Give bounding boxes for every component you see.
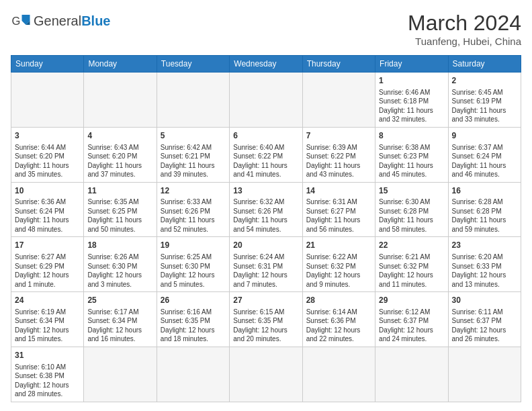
calendar-cell (11, 73, 84, 128)
day-number: 10 (15, 185, 80, 197)
calendar-cell: 25Sunrise: 6:17 AM Sunset: 6:34 PM Dayli… (84, 292, 157, 347)
calendar-cell: 18Sunrise: 6:26 AM Sunset: 6:30 PM Dayli… (84, 237, 157, 292)
day-info: Sunrise: 6:25 AM Sunset: 6:30 PM Dayligh… (161, 253, 226, 289)
calendar-cell (157, 73, 229, 128)
day-info: Sunrise: 6:42 AM Sunset: 6:21 PM Dayligh… (161, 143, 226, 179)
title-area: March 2024 Tuanfeng, Hubei, China (408, 11, 521, 47)
day-number: 6 (233, 130, 298, 142)
day-info: Sunrise: 6:16 AM Sunset: 6:35 PM Dayligh… (161, 308, 226, 344)
day-info: Sunrise: 6:10 AM Sunset: 6:38 PM Dayligh… (15, 363, 80, 399)
calendar-table: SundayMondayTuesdayWednesdayThursdayFrid… (11, 55, 521, 402)
calendar-cell: 26Sunrise: 6:16 AM Sunset: 6:35 PM Dayli… (157, 292, 229, 347)
weekday-header-friday: Friday (375, 56, 448, 73)
calendar-week-3: 17Sunrise: 6:27 AM Sunset: 6:29 PM Dayli… (11, 237, 521, 292)
weekday-header-sunday: Sunday (11, 56, 84, 73)
calendar-cell (230, 347, 302, 402)
calendar-cell: 13Sunrise: 6:32 AM Sunset: 6:26 PM Dayli… (230, 182, 302, 237)
day-number: 19 (161, 240, 226, 251)
calendar-week-0: 1Sunrise: 6:46 AM Sunset: 6:18 PM Daylig… (11, 73, 521, 128)
day-number: 31 (15, 350, 80, 361)
calendar-cell: 24Sunrise: 6:19 AM Sunset: 6:34 PM Dayli… (11, 292, 84, 347)
day-info: Sunrise: 6:28 AM Sunset: 6:28 PM Dayligh… (452, 197, 517, 234)
day-number: 18 (87, 240, 152, 251)
day-number: 9 (452, 130, 517, 142)
day-info: Sunrise: 6:21 AM Sunset: 6:32 PM Dayligh… (379, 253, 444, 289)
weekday-header-saturday: Saturday (448, 56, 521, 73)
day-number: 23 (452, 240, 517, 251)
calendar-cell: 10Sunrise: 6:36 AM Sunset: 6:24 PM Dayli… (11, 182, 84, 237)
day-number: 22 (379, 240, 444, 251)
day-number: 29 (379, 295, 444, 306)
month-year-title: March 2024 (408, 11, 521, 36)
day-info: Sunrise: 6:26 AM Sunset: 6:30 PM Dayligh… (87, 253, 152, 289)
day-info: Sunrise: 6:27 AM Sunset: 6:29 PM Dayligh… (15, 253, 80, 289)
calendar-cell: 27Sunrise: 6:15 AM Sunset: 6:35 PM Dayli… (230, 292, 302, 347)
calendar-cell: 28Sunrise: 6:14 AM Sunset: 6:36 PM Dayli… (302, 292, 375, 347)
calendar-cell: 9Sunrise: 6:37 AM Sunset: 6:24 PM Daylig… (448, 127, 521, 182)
calendar-week-4: 24Sunrise: 6:19 AM Sunset: 6:34 PM Dayli… (11, 292, 521, 347)
day-number: 14 (306, 185, 371, 197)
day-number: 5 (161, 130, 226, 142)
calendar-cell (84, 73, 157, 128)
day-info: Sunrise: 6:38 AM Sunset: 6:23 PM Dayligh… (379, 143, 444, 179)
day-number: 25 (87, 295, 152, 306)
day-info: Sunrise: 6:37 AM Sunset: 6:24 PM Dayligh… (452, 143, 517, 179)
day-info: Sunrise: 6:46 AM Sunset: 6:18 PM Dayligh… (379, 88, 444, 124)
day-number: 21 (306, 240, 371, 251)
weekday-header-row: SundayMondayTuesdayWednesdayThursdayFrid… (11, 56, 521, 73)
logo: G GeneralBlue (11, 11, 111, 31)
calendar-cell: 30Sunrise: 6:11 AM Sunset: 6:37 PM Dayli… (448, 292, 521, 347)
weekday-header-thursday: Thursday (302, 56, 375, 73)
location-subtitle: Tuanfeng, Hubei, China (408, 36, 521, 47)
day-info: Sunrise: 6:24 AM Sunset: 6:31 PM Dayligh… (233, 253, 298, 289)
calendar-cell: 15Sunrise: 6:30 AM Sunset: 6:28 PM Dayli… (375, 182, 448, 237)
day-number: 28 (306, 295, 371, 306)
day-info: Sunrise: 6:33 AM Sunset: 6:26 PM Dayligh… (161, 197, 226, 234)
page-header: G GeneralBlue March 2024 Tuanfeng, Hubei… (11, 11, 521, 47)
calendar-cell: 11Sunrise: 6:35 AM Sunset: 6:25 PM Dayli… (84, 182, 157, 237)
day-number: 20 (233, 240, 298, 251)
calendar-cell: 31Sunrise: 6:10 AM Sunset: 6:38 PM Dayli… (11, 347, 84, 402)
calendar-week-2: 10Sunrise: 6:36 AM Sunset: 6:24 PM Dayli… (11, 182, 521, 237)
calendar-week-1: 3Sunrise: 6:44 AM Sunset: 6:20 PM Daylig… (11, 127, 521, 182)
day-number: 16 (452, 185, 517, 197)
calendar-cell: 20Sunrise: 6:24 AM Sunset: 6:31 PM Dayli… (230, 237, 302, 292)
day-info: Sunrise: 6:22 AM Sunset: 6:32 PM Dayligh… (306, 253, 371, 289)
day-info: Sunrise: 6:44 AM Sunset: 6:20 PM Dayligh… (15, 143, 80, 179)
day-number: 13 (233, 185, 298, 197)
calendar-body: 1Sunrise: 6:46 AM Sunset: 6:18 PM Daylig… (11, 73, 521, 402)
calendar-cell: 7Sunrise: 6:39 AM Sunset: 6:22 PM Daylig… (302, 127, 375, 182)
calendar-cell (84, 347, 157, 402)
day-info: Sunrise: 6:14 AM Sunset: 6:36 PM Dayligh… (306, 308, 371, 344)
day-info: Sunrise: 6:36 AM Sunset: 6:24 PM Dayligh… (15, 197, 80, 234)
day-info: Sunrise: 6:39 AM Sunset: 6:22 PM Dayligh… (306, 143, 371, 179)
day-info: Sunrise: 6:45 AM Sunset: 6:19 PM Dayligh… (452, 88, 517, 124)
day-info: Sunrise: 6:35 AM Sunset: 6:25 PM Dayligh… (87, 197, 152, 234)
calendar-cell: 3Sunrise: 6:44 AM Sunset: 6:20 PM Daylig… (11, 127, 84, 182)
day-number: 12 (161, 185, 226, 197)
day-number: 2 (452, 75, 517, 87)
calendar-cell: 12Sunrise: 6:33 AM Sunset: 6:26 PM Dayli… (157, 182, 229, 237)
calendar-cell: 19Sunrise: 6:25 AM Sunset: 6:30 PM Dayli… (157, 237, 229, 292)
day-info: Sunrise: 6:32 AM Sunset: 6:26 PM Dayligh… (233, 197, 298, 234)
calendar-cell: 29Sunrise: 6:12 AM Sunset: 6:37 PM Dayli… (375, 292, 448, 347)
day-info: Sunrise: 6:43 AM Sunset: 6:20 PM Dayligh… (87, 143, 152, 179)
calendar-cell: 21Sunrise: 6:22 AM Sunset: 6:32 PM Dayli… (302, 237, 375, 292)
day-number: 7 (306, 130, 371, 142)
day-number: 4 (87, 130, 152, 142)
svg-text:G: G (12, 15, 21, 27)
day-info: Sunrise: 6:12 AM Sunset: 6:37 PM Dayligh… (379, 308, 444, 344)
day-info: Sunrise: 6:11 AM Sunset: 6:37 PM Dayligh… (452, 308, 517, 344)
logo-text: GeneralBlue (34, 14, 111, 28)
logo-icon: G (11, 11, 31, 31)
calendar-cell (302, 347, 375, 402)
day-number: 26 (161, 295, 226, 306)
calendar-cell: 4Sunrise: 6:43 AM Sunset: 6:20 PM Daylig… (84, 127, 157, 182)
calendar-cell (375, 347, 448, 402)
weekday-header-tuesday: Tuesday (157, 56, 229, 73)
calendar-cell: 16Sunrise: 6:28 AM Sunset: 6:28 PM Dayli… (448, 182, 521, 237)
day-info: Sunrise: 6:19 AM Sunset: 6:34 PM Dayligh… (15, 308, 80, 344)
day-info: Sunrise: 6:20 AM Sunset: 6:33 PM Dayligh… (452, 253, 517, 289)
calendar-cell: 6Sunrise: 6:40 AM Sunset: 6:22 PM Daylig… (230, 127, 302, 182)
day-number: 1 (379, 75, 444, 87)
